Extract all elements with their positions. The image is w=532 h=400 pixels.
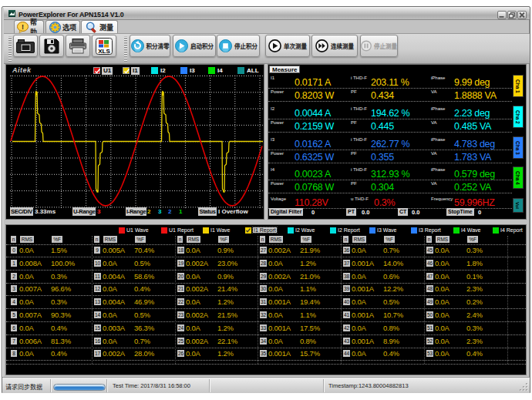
svg-text:!: ! [22, 22, 24, 30]
svg-text:XLS: XLS [98, 48, 110, 55]
